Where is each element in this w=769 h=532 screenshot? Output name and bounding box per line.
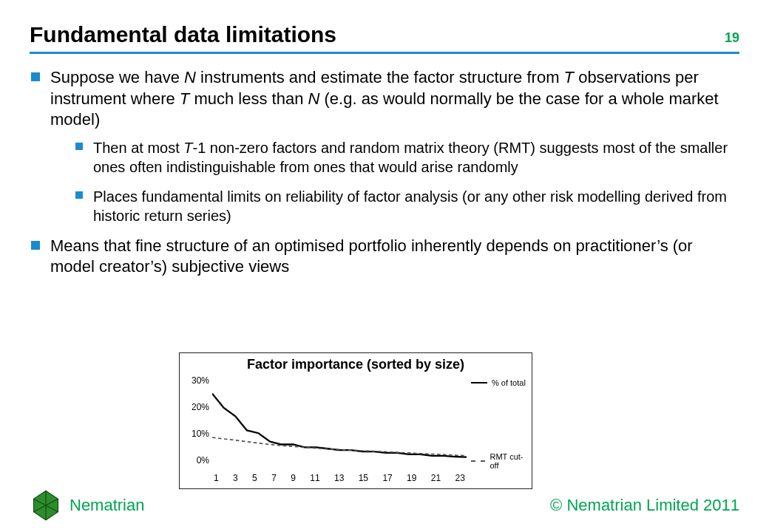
y-tick: 10% — [192, 429, 209, 439]
logo-icon — [30, 489, 62, 522]
slide-title: Fundamental data limitations — [30, 22, 336, 47]
slide: Fundamental data limitations 19 Suppose … — [0, 0, 769, 532]
bullet-1: Suppose we have N instruments and estima… — [30, 67, 739, 225]
x-tick: 17 — [382, 473, 392, 483]
chart: Factor importance (sorted by size) 30% 2… — [179, 352, 532, 489]
x-tick: 3 — [233, 473, 238, 483]
x-tick: 11 — [310, 473, 319, 483]
x-tick: 19 — [407, 473, 416, 483]
bullet-list: Suppose we have N instruments and estima… — [30, 67, 739, 278]
y-tick: 0% — [197, 455, 209, 466]
chart-x-axis: 1 3 5 7 9 11 13 15 17 19 21 23 — [212, 473, 467, 483]
chart-plot-area: 1 3 5 7 9 11 13 15 17 19 21 23 — [212, 374, 467, 470]
bullet-1b: Places fundamental limits on reliability… — [74, 187, 739, 225]
x-tick: 9 — [291, 473, 296, 483]
x-tick: 1 — [214, 473, 219, 483]
chart-svg — [212, 374, 467, 459]
series-rmt-cutoff — [212, 437, 467, 456]
x-tick: 21 — [431, 473, 441, 483]
slide-header: Fundamental data limitations 19 — [30, 22, 739, 54]
bullet-1a: Then at most T-1 non-zero factors and ra… — [74, 138, 739, 177]
chart-y-axis: 30% 20% 10% 0% — [180, 374, 212, 470]
legend-line-solid-icon — [471, 382, 487, 383]
slide-footer: Nematrian © Nematrian Limited 2011 — [0, 489, 769, 522]
y-tick: 30% — [192, 375, 209, 386]
legend-item-rmt: RMT cut-off — [471, 452, 527, 470]
chart-legend: % of total RMT cut-off — [467, 374, 532, 470]
bullet-2: Means that fine structure of an optimise… — [30, 236, 739, 278]
page-number: 19 — [725, 30, 739, 46]
x-tick: 7 — [271, 473, 277, 483]
legend-line-dashed-icon — [471, 460, 485, 462]
brand-text: Nematrian — [70, 496, 144, 515]
y-tick: 20% — [192, 402, 209, 412]
legend-item-pct: % of total — [471, 378, 527, 387]
x-tick: 23 — [455, 473, 465, 483]
copyright-text: © Nematrian Limited 2011 — [550, 496, 739, 515]
series-pct-of-total — [212, 394, 467, 457]
x-tick: 5 — [252, 473, 257, 483]
x-tick: 13 — [334, 473, 344, 483]
brand: Nematrian — [30, 489, 144, 522]
x-tick: 15 — [359, 473, 368, 483]
chart-title: Factor importance (sorted by size) — [180, 353, 532, 374]
